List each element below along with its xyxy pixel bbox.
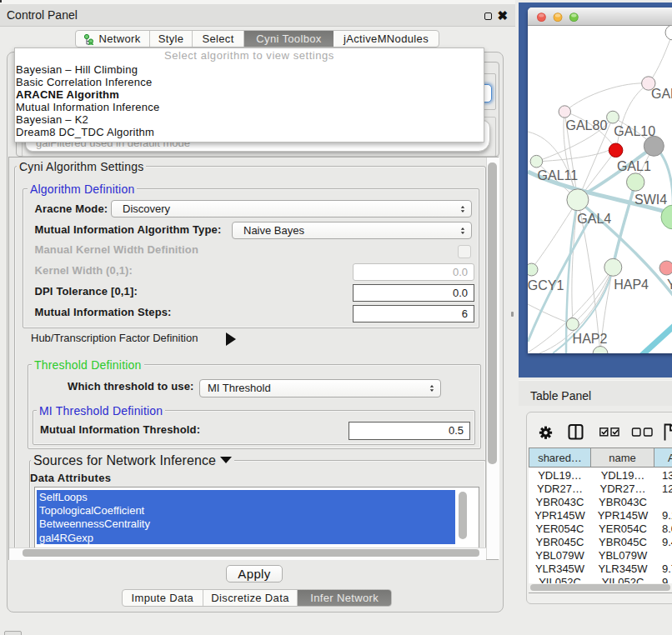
svg-text:GAL7: GAL7 [651,87,672,101]
svg-text:GAL1: GAL1 [617,159,651,173]
svg-text:GAL11: GAL11 [538,168,579,182]
svg-text:GCY1: GCY1 [528,278,564,292]
svg-text:HAP4: HAP4 [614,278,649,292]
svg-text:GAL80: GAL80 [566,118,608,132]
svg-text:GAL10: GAL10 [614,124,655,138]
svg-text:GAL4: GAL4 [577,212,611,226]
svg-text:SWI4: SWI4 [634,192,667,207]
svg-text:Y: Y [667,278,672,292]
svg-text:HAP2: HAP2 [573,332,608,346]
